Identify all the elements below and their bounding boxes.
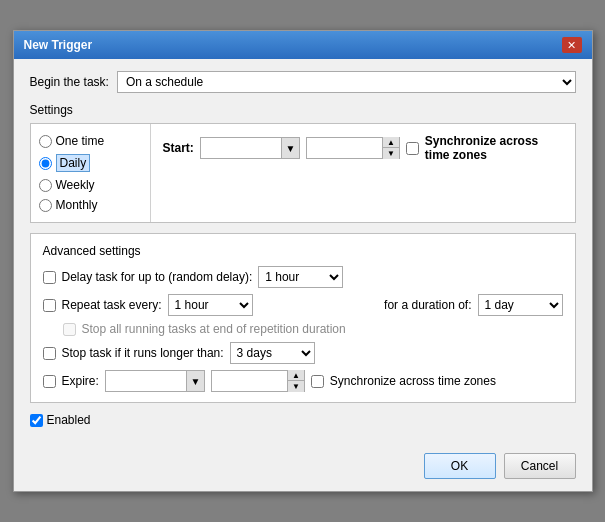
dialog-title: New Trigger	[24, 38, 93, 52]
expire-row: Expire: 10/15/2015 ▼ 3:06:59 PM ▲ ▼ Sync…	[43, 370, 563, 392]
calendar-button[interactable]: ▼	[281, 138, 299, 158]
repeat-task-checkbox[interactable]	[43, 299, 56, 312]
close-button[interactable]: ✕	[562, 37, 582, 53]
time-spin-up[interactable]: ▲	[383, 137, 399, 148]
expire-calendar-button[interactable]: ▼	[186, 371, 204, 391]
advanced-settings-section: Advanced settings Delay task for up to (…	[30, 233, 576, 403]
expire-label: Expire:	[62, 374, 99, 388]
start-row: Start: 10/15/2014 ▼ 3:30:03 PM ▲ ▼ Synch…	[163, 134, 563, 162]
dialog-content: Begin the task: On a schedule At log on …	[14, 59, 592, 447]
for-duration-group: for a duration of: 1 day 15 minutes 30 m…	[384, 294, 562, 316]
radio-daily-input[interactable]	[39, 157, 52, 170]
begin-task-row: Begin the task: On a schedule At log on …	[30, 71, 576, 93]
advanced-settings-label: Advanced settings	[43, 244, 563, 258]
sync-timezone-label: Synchronize across time zones	[425, 134, 563, 162]
new-trigger-dialog: New Trigger ✕ Begin the task: On a sched…	[13, 30, 593, 492]
delay-task-row: Delay task for up to (random delay): 1 h…	[43, 266, 563, 288]
expire-date-group: 10/15/2015 ▼	[105, 370, 205, 392]
delay-task-label: Delay task for up to (random delay):	[62, 270, 253, 284]
time-spin-down[interactable]: ▼	[383, 148, 399, 159]
for-duration-label: for a duration of:	[384, 298, 471, 312]
stop-repetition-row: Stop all running tasks at end of repetit…	[63, 322, 563, 336]
expire-time-group: 3:06:59 PM ▲ ▼	[211, 370, 305, 392]
expire-date-input[interactable]: 10/15/2015	[106, 372, 186, 390]
stop-repetition-label: Stop all running tasks at end of repetit…	[82, 322, 346, 336]
repeat-task-select[interactable]: 1 hour 5 minutes 15 minutes 30 minutes	[168, 294, 253, 316]
radio-weekly-label: Weekly	[56, 178, 95, 192]
stop-task-checkbox[interactable]	[43, 347, 56, 360]
enabled-row: Enabled	[30, 413, 576, 427]
stop-task-select[interactable]: 3 days 30 minutes 1 hour 1 day	[230, 342, 315, 364]
ok-button[interactable]: OK	[424, 453, 496, 479]
expire-sync-checkbox[interactable]	[311, 375, 324, 388]
repeat-task-label: Repeat task every:	[62, 298, 162, 312]
begin-task-label: Begin the task:	[30, 75, 109, 89]
delay-task-checkbox[interactable]	[43, 271, 56, 284]
start-date-group: 10/15/2014 ▼	[200, 137, 300, 159]
duration-select[interactable]: 1 day 15 minutes 30 minutes 1 hour 12 ho…	[478, 294, 563, 316]
footer: OK Cancel	[14, 447, 592, 491]
radio-one-time-label: One time	[56, 134, 105, 148]
title-bar: New Trigger ✕	[14, 31, 592, 59]
radio-weekly-input[interactable]	[39, 179, 52, 192]
radio-daily-label: Daily	[56, 154, 91, 172]
radio-monthly[interactable]: Monthly	[39, 198, 142, 212]
start-date-input[interactable]: 10/15/2014	[201, 139, 281, 157]
expire-sync-label: Synchronize across time zones	[330, 374, 496, 388]
start-time-group: 3:30:03 PM ▲ ▼	[306, 137, 400, 159]
sync-timezone-checkbox[interactable]	[406, 142, 419, 155]
expire-time-spin-up[interactable]: ▲	[288, 370, 304, 381]
enabled-checkbox[interactable]	[30, 414, 43, 427]
expire-checkbox[interactable]	[43, 375, 56, 388]
settings-panel: One time Daily Weekly Monthly	[31, 124, 151, 222]
repeat-task-row: Repeat task every: 1 hour 5 minutes 15 m…	[43, 294, 563, 316]
main-area: One time Daily Weekly Monthly Start:	[30, 123, 576, 223]
radio-monthly-input[interactable]	[39, 199, 52, 212]
stop-repetition-checkbox	[63, 323, 76, 336]
stop-task-label: Stop task if it runs longer than:	[62, 346, 224, 360]
stop-task-row: Stop task if it runs longer than: 3 days…	[43, 342, 563, 364]
radio-monthly-label: Monthly	[56, 198, 98, 212]
time-spin-group: ▲ ▼	[382, 137, 399, 159]
start-label: Start:	[163, 141, 194, 155]
expire-time-spin-down[interactable]: ▼	[288, 381, 304, 392]
enabled-label: Enabled	[47, 413, 91, 427]
config-panel: Start: 10/15/2014 ▼ 3:30:03 PM ▲ ▼ Synch…	[151, 124, 575, 222]
radio-one-time[interactable]: One time	[39, 134, 142, 148]
settings-label: Settings	[30, 103, 576, 117]
expire-time-input[interactable]: 3:06:59 PM	[212, 372, 287, 390]
delay-task-select[interactable]: 1 hour 30 minutes 2 hours	[258, 266, 343, 288]
expire-time-spin-group: ▲ ▼	[287, 370, 304, 392]
radio-daily[interactable]: Daily	[39, 154, 142, 172]
cancel-button[interactable]: Cancel	[504, 453, 576, 479]
start-time-input[interactable]: 3:30:03 PM	[307, 139, 382, 157]
radio-one-time-input[interactable]	[39, 135, 52, 148]
begin-task-select[interactable]: On a schedule At log on At startup	[117, 71, 576, 93]
radio-weekly[interactable]: Weekly	[39, 178, 142, 192]
